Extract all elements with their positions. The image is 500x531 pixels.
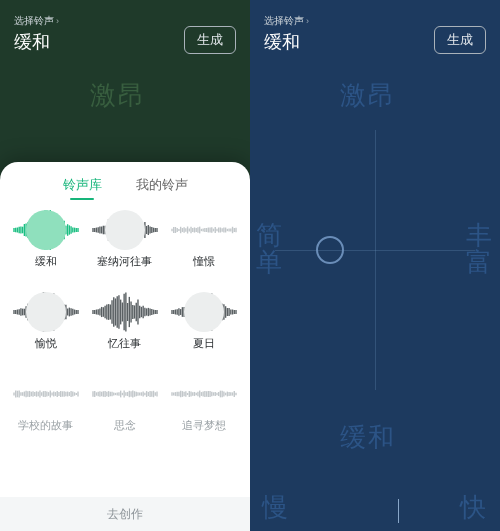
tab-my-ringtones[interactable]: 我的铃声 (136, 176, 188, 194)
breadcrumb-label: 选择铃声 (264, 14, 304, 28)
ringtone-label: 学校的故事 (18, 418, 73, 433)
ringtone-sheet: 铃声库 我的铃声 缓和塞纳河往事憧憬愉悦忆往事夏日学校的故事思念追寻梦想 去创作 (0, 162, 250, 531)
sheet-tabs: 铃声库 我的铃声 (0, 162, 250, 204)
ringtone-grid: 缓和塞纳河往事憧憬愉悦忆往事夏日学校的故事思念追寻梦想 (0, 204, 250, 497)
page-title: 缓和 (14, 30, 59, 54)
ringtone-label: 夏日 (193, 336, 215, 351)
mood-word-vigorous: 激昂 (90, 78, 146, 113)
ringtone-item[interactable]: 缓和 (6, 210, 85, 290)
chevron-right-icon: › (306, 16, 309, 26)
panel-left-preview: 选择铃声 › 缓和 生成 激昂 铃声库 我的铃声 缓和塞纳河往事憧憬愉悦忆往事夏… (0, 0, 250, 531)
generate-button[interactable]: 生成 (434, 26, 486, 54)
mood-cursor[interactable] (316, 236, 344, 264)
ringtone-label: 塞纳河往事 (97, 254, 152, 269)
panel-right-moodpad: 选择铃声 › 缓和 生成 激昂 简 单 丰 富 缓和 慢 快 (250, 0, 500, 531)
ringtone-item[interactable]: 憧憬 (165, 210, 244, 290)
breadcrumb[interactable]: 选择铃声 › (14, 14, 59, 28)
ringtone-label: 追寻梦想 (182, 418, 226, 433)
ringtone-label: 愉悦 (35, 336, 57, 351)
tempo-word-fast: 快 (460, 490, 488, 525)
ringtone-label: 忆往事 (108, 336, 141, 351)
axis-vertical (375, 130, 376, 390)
axis-horizontal (275, 250, 475, 251)
mood-word-rich: 丰 富 (466, 222, 494, 277)
ringtone-item[interactable]: 夏日 (165, 292, 244, 372)
mood-word-vigorous: 激昂 (340, 78, 396, 113)
go-create-button[interactable]: 去创作 (0, 497, 250, 531)
ringtone-item[interactable]: 愉悦 (6, 292, 85, 372)
page-title: 缓和 (264, 30, 309, 54)
ringtone-label: 缓和 (35, 254, 57, 269)
ringtone-label: 憧憬 (193, 254, 215, 269)
ringtone-item[interactable]: 思念 (85, 374, 164, 454)
ringtone-item[interactable]: 学校的故事 (6, 374, 85, 454)
tab-library[interactable]: 铃声库 (63, 176, 102, 194)
mood-word-simple: 简 单 (256, 222, 284, 277)
ringtone-item[interactable]: 追寻梦想 (165, 374, 244, 454)
tempo-indicator[interactable] (398, 499, 399, 523)
breadcrumb[interactable]: 选择铃声 › (264, 14, 309, 28)
mood-word-gentle: 缓和 (340, 420, 396, 455)
ringtone-item[interactable]: 忆往事 (85, 292, 164, 372)
generate-button[interactable]: 生成 (184, 26, 236, 54)
tempo-word-slow: 慢 (262, 490, 290, 525)
chevron-right-icon: › (56, 16, 59, 26)
ringtone-label: 思念 (114, 418, 136, 433)
ringtone-item[interactable]: 塞纳河往事 (85, 210, 164, 290)
breadcrumb-label: 选择铃声 (14, 14, 54, 28)
header: 选择铃声 › 缓和 生成 (0, 0, 250, 62)
header: 选择铃声 › 缓和 生成 (250, 0, 500, 62)
